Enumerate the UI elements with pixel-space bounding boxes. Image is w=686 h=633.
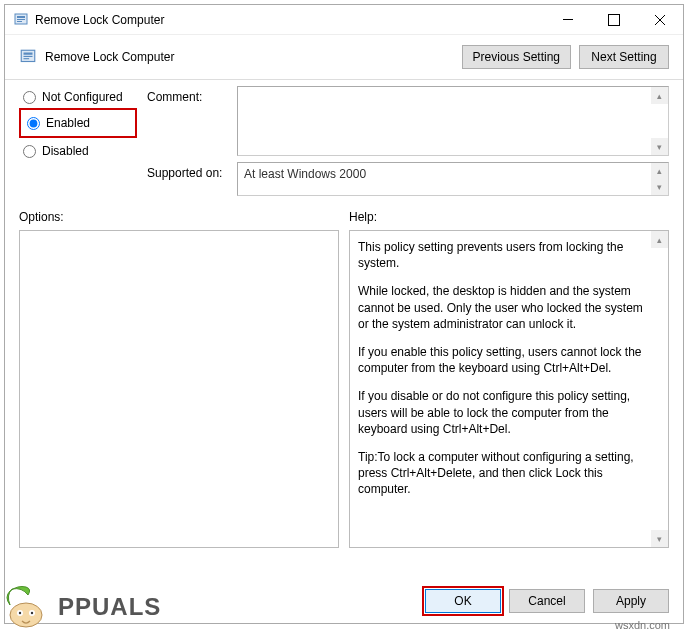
supported-text: At least Windows 2000 (238, 163, 668, 185)
scrollbar[interactable]: ▴ ▾ (651, 231, 668, 547)
help-paragraph: Tip:To lock a computer without configuri… (358, 449, 646, 498)
cancel-button[interactable]: Cancel (509, 589, 585, 613)
svg-rect-1 (17, 16, 25, 18)
comment-label: Comment: (147, 86, 227, 156)
policy-title: Remove Lock Computer (45, 50, 174, 64)
help-text: This policy setting prevents users from … (350, 231, 668, 517)
options-panel (19, 230, 339, 548)
svg-rect-3 (17, 21, 22, 22)
radio-label: Enabled (46, 116, 90, 130)
help-label: Help: (349, 210, 669, 230)
supported-textarea: At least Windows 2000 ▴ ▾ (237, 162, 669, 196)
divider (5, 79, 683, 80)
help-paragraph: If you enable this policy setting, users… (358, 344, 646, 376)
help-paragraph: If you disable or do not configure this … (358, 388, 646, 437)
options-column: Options: (19, 210, 339, 548)
radio-not-configured[interactable]: Not Configured (19, 86, 137, 108)
radio-not-configured-input[interactable] (23, 91, 36, 104)
svg-rect-9 (24, 58, 30, 59)
config-section: Not Configured Enabled Disabled Comment: (5, 86, 683, 196)
header-left: Remove Lock Computer (19, 48, 174, 66)
scroll-down-icon[interactable]: ▾ (651, 179, 668, 195)
policy-editor-window: Remove Lock Computer Remove Lock Compute… (4, 4, 684, 624)
nav-buttons: Previous Setting Next Setting (462, 45, 669, 69)
titlebar: Remove Lock Computer (5, 5, 683, 35)
titlebar-left: Remove Lock Computer (13, 12, 164, 28)
supported-row: Supported on: At least Windows 2000 ▴ ▾ (147, 162, 669, 196)
comment-row: Comment: ▴ ▾ (147, 86, 669, 156)
radio-disabled-input[interactable] (23, 145, 36, 158)
lower-section: Options: Help: This policy setting preve… (5, 196, 683, 548)
dialog-footer: OK Cancel Apply (425, 589, 669, 613)
previous-setting-button[interactable]: Previous Setting (462, 45, 571, 69)
radio-label: Disabled (42, 144, 89, 158)
minimize-button[interactable] (545, 5, 591, 34)
meta-col: Comment: ▴ ▾ Supported on: At least Wind… (147, 86, 669, 196)
radio-disabled[interactable]: Disabled (19, 140, 137, 162)
scrollbar[interactable]: ▴ ▾ (651, 163, 668, 195)
enabled-highlight: Enabled (19, 108, 137, 138)
svg-rect-8 (24, 56, 33, 57)
svg-rect-2 (17, 19, 25, 20)
svg-rect-7 (24, 53, 33, 55)
scroll-up-icon[interactable]: ▴ (651, 87, 668, 104)
scroll-up-icon[interactable]: ▴ (651, 231, 668, 248)
window-title: Remove Lock Computer (35, 13, 164, 27)
scroll-down-icon[interactable]: ▾ (651, 530, 668, 547)
state-radio-group: Not Configured Enabled Disabled (19, 86, 137, 196)
radio-enabled[interactable]: Enabled (23, 112, 133, 134)
window-controls (545, 5, 683, 34)
next-setting-button[interactable]: Next Setting (579, 45, 669, 69)
options-label: Options: (19, 210, 339, 230)
scrollbar[interactable]: ▴ ▾ (651, 87, 668, 155)
close-button[interactable] (637, 5, 683, 34)
radio-label: Not Configured (42, 90, 123, 104)
comment-text (238, 87, 668, 95)
apply-button[interactable]: Apply (593, 589, 669, 613)
ok-button[interactable]: OK (425, 589, 501, 613)
help-column: Help: This policy setting prevents users… (349, 210, 669, 548)
comment-textarea[interactable]: ▴ ▾ (237, 86, 669, 156)
header-row: Remove Lock Computer Previous Setting Ne… (5, 35, 683, 75)
help-paragraph: This policy setting prevents users from … (358, 239, 646, 271)
supported-label: Supported on: (147, 162, 227, 196)
maximize-button[interactable] (591, 5, 637, 34)
scroll-up-icon[interactable]: ▴ (651, 163, 668, 179)
help-paragraph: While locked, the desktop is hidden and … (358, 283, 646, 332)
help-panel: This policy setting prevents users from … (349, 230, 669, 548)
scroll-down-icon[interactable]: ▾ (651, 138, 668, 155)
radio-enabled-input[interactable] (27, 117, 40, 130)
policy-icon (13, 12, 29, 28)
policy-icon (19, 48, 37, 66)
